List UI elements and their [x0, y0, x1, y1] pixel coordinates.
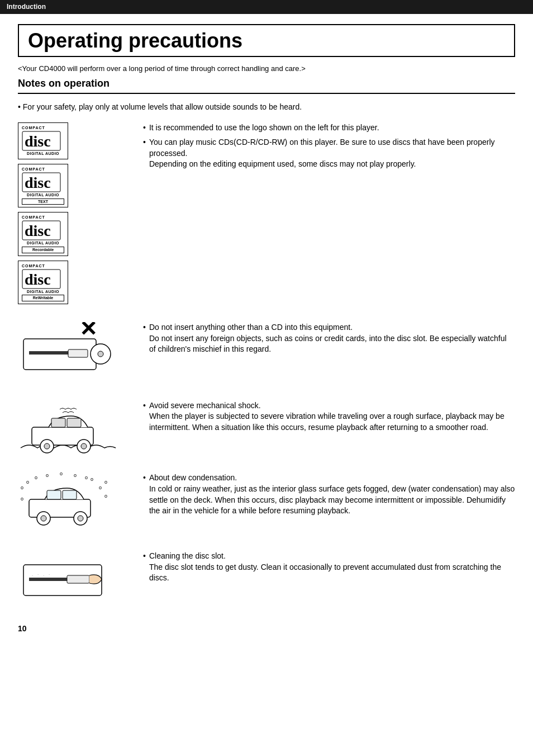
- subtitle-text: <Your CD4000 will perform over a long pe…: [18, 64, 515, 74]
- cd-logo-4: COMPACT disc DIGITAL AUDIO ReWritable: [18, 261, 68, 304]
- svg-rect-22: [47, 490, 61, 499]
- cd-logo-4-compact: COMPACT: [22, 263, 64, 269]
- dew-condensation-right-col: • About dew condensation.In cold or rain…: [143, 472, 515, 519]
- svg-text:disc: disc: [25, 271, 51, 288]
- svg-point-20: [81, 443, 87, 449]
- cd-logo-1-compact: COMPACT: [22, 125, 64, 131]
- cleaning-illustration: . . . .: [18, 551, 130, 610]
- safety-note: • For your safety, play only at volume l…: [18, 102, 515, 113]
- cd-logo-1-digital-audio: DIGITAL AUDIO: [22, 151, 64, 157]
- svg-text:✕: ✕: [79, 322, 97, 341]
- svg-text:o: o: [85, 475, 88, 480]
- bullet-dot-cl: •: [143, 551, 146, 584]
- cleaning-section: . . . . • Cleaning the disc slot.The dis…: [18, 551, 515, 610]
- svg-text:.: .: [32, 572, 33, 577]
- dew-svg: o o o o o o o o o o o o: [18, 472, 118, 534]
- svg-text:disc: disc: [25, 174, 51, 191]
- svg-text:o: o: [104, 479, 107, 485]
- svg-point-27: [78, 516, 83, 521]
- cd-logo-4-digital-audio: DIGITAL AUDIO: [22, 289, 64, 295]
- bullet-dot-1: •: [143, 122, 146, 134]
- logos-bullet-1-text: It is recommended to use the logo shown …: [149, 122, 379, 134]
- car-illustration: [18, 400, 130, 460]
- svg-text:o: o: [35, 475, 37, 480]
- cd-disc-svg-2: disc: [22, 172, 61, 192]
- page-container: Operating precautions <Your CD4000 will …: [0, 14, 533, 652]
- svg-text:o: o: [91, 476, 93, 482]
- cleaning-right-col: • Cleaning the disc slot.The disc slot t…: [143, 551, 515, 587]
- foreign-objects-main-text: Do not insert anything other than a CD i…: [149, 322, 515, 355]
- top-bar-label: Introduction: [7, 3, 46, 11]
- foreign-objects-section: ✕ • Do not insert anything other than a …: [18, 322, 515, 387]
- bullet-dot: •: [18, 102, 23, 111]
- foreign-objects-bullet: • Do not insert anything other than a CD…: [143, 322, 515, 355]
- mechanical-shock-bullet: • Avoid severe mechanical shock.When the…: [143, 400, 515, 433]
- cd-logos-col: COMPACT disc DIGITAL AUDIO COMPACT disc: [18, 122, 130, 309]
- cd-logo-2-digital-audio: DIGITAL AUDIO: [22, 192, 64, 198]
- cd-disc-svg-1: disc: [22, 131, 61, 151]
- svg-rect-23: [63, 490, 77, 499]
- disc-slot-illustration: ✕: [18, 322, 118, 384]
- bullet-dot-2: •: [143, 137, 146, 170]
- dew-condensation-section: o o o o o o o o o o o o • About dew cond…: [18, 472, 515, 537]
- page-title: Operating precautions: [28, 30, 505, 52]
- cd-logo-4-sub: ReWritable: [22, 295, 64, 301]
- cd-logo-2-disc-row: disc: [22, 172, 64, 192]
- cd-logo-3-digital-audio: DIGITAL AUDIO: [22, 240, 64, 246]
- page-title-box: Operating precautions: [18, 24, 515, 58]
- svg-rect-12: [68, 349, 88, 357]
- page-number: 10: [18, 623, 515, 635]
- dew-condensation-main-text: About dew condensation.In cold or rainy …: [149, 472, 515, 516]
- bullet-dot-ms: •: [143, 400, 146, 433]
- svg-text:.: .: [43, 572, 44, 577]
- cd-logo-2-compact: COMPACT: [22, 167, 64, 172]
- foreign-objects-right-col: • Do not insert anything other than a CD…: [143, 322, 515, 358]
- car-svg: [18, 400, 118, 456]
- mechanical-shock-right-col: • Avoid severe mechanical shock.When the…: [143, 400, 515, 437]
- top-bar: Introduction: [0, 0, 533, 14]
- cd-logo-3-disc-row: disc: [22, 220, 64, 240]
- svg-text:.: .: [37, 571, 39, 576]
- logos-right-col: • It is recommended to use the logo show…: [143, 122, 515, 173]
- cd-logo-1-disc-row: disc: [22, 131, 64, 151]
- svg-point-18: [44, 443, 50, 449]
- cd-disc-svg-4: disc: [22, 269, 61, 289]
- cd-logo-4-disc-row: disc: [22, 269, 64, 289]
- section-heading: Notes on operation: [18, 77, 515, 94]
- logos-bullet-2: • You can play music CDs(CD-R/CD-RW) on …: [143, 137, 515, 170]
- cleaning-main-text: Cleaning the disc slot.The disc slot ten…: [149, 551, 515, 584]
- svg-text:o: o: [26, 479, 29, 485]
- cd-logo-3-compact: COMPACT: [22, 215, 64, 220]
- cd-logo-3: COMPACT disc DIGITAL AUDIO Recordable: [18, 212, 68, 256]
- svg-text:o: o: [46, 472, 49, 478]
- svg-text:disc: disc: [25, 222, 51, 239]
- mechanical-shock-section: • Avoid severe mechanical shock.When the…: [18, 400, 515, 460]
- cd-logo-1: COMPACT disc DIGITAL AUDIO: [18, 122, 68, 159]
- svg-text:o: o: [60, 472, 63, 476]
- foreign-objects-illustration: ✕: [18, 322, 130, 387]
- cd-logo-2-sub: TEXT: [22, 199, 64, 205]
- svg-rect-15: [51, 418, 65, 427]
- svg-point-11: [98, 351, 103, 357]
- svg-text:o: o: [104, 493, 107, 499]
- svg-text:o: o: [21, 485, 23, 490]
- svg-text:o: o: [74, 472, 77, 478]
- safety-note-text: For your safety, play only at volume lev…: [23, 102, 302, 111]
- logos-bullet-2-text: You can play music CDs(CD-R/CD-RW) on th…: [149, 137, 515, 170]
- cd-logo-2: COMPACT disc DIGITAL AUDIO TEXT: [18, 164, 68, 207]
- svg-rect-16: [67, 418, 81, 427]
- mechanical-shock-main-text: Avoid severe mechanical shock.When the p…: [149, 400, 515, 433]
- logos-bullet-1: • It is recommended to use the logo show…: [143, 122, 515, 134]
- cd-disc-svg-3: disc: [22, 220, 61, 240]
- logos-section: COMPACT disc DIGITAL AUDIO COMPACT disc: [18, 122, 515, 309]
- dew-condensation-bullet: • About dew condensation.In cold or rain…: [143, 472, 515, 516]
- bullet-dot-dc: •: [143, 472, 146, 516]
- svg-text:.: .: [49, 571, 50, 576]
- svg-text:o: o: [99, 485, 102, 490]
- cd-logo-3-sub: Recordable: [22, 247, 64, 253]
- dew-illustration: o o o o o o o o o o o o: [18, 472, 130, 537]
- svg-point-25: [41, 516, 46, 521]
- bullet-dot-fo: •: [143, 322, 146, 355]
- svg-text:disc: disc: [25, 133, 51, 150]
- cleaning-svg: . . . .: [18, 551, 118, 607]
